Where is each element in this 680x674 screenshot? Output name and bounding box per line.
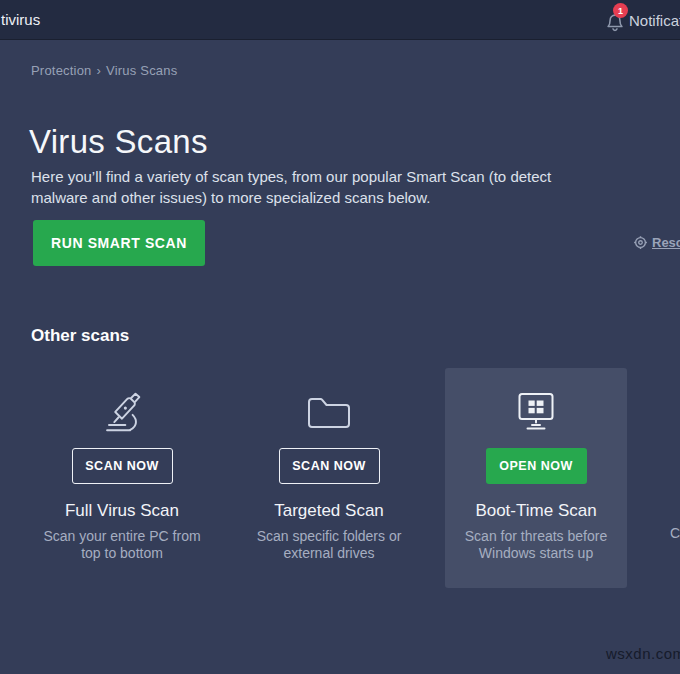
rescue-disk-link[interactable]: Resc [633,235,680,250]
top-bar: tivirus 1 Notificati [0,0,680,40]
antivirus-window: tivirus 1 Notificati Protection›Virus Sc… [0,0,680,674]
monitor-windows-icon [512,386,560,436]
app-title: tivirus [1,11,40,28]
card-partial-subtitle-fragment: C [670,525,680,541]
open-now-button-boot-time[interactable]: OPEN NOW [486,448,587,484]
card-full-virus-scan: SCAN NOW Full Virus Scan Scan your entir… [31,368,213,588]
microscope-icon [95,386,149,436]
card-boot-time-scan: OPEN NOW Boot-Time Scan Scan for threats… [445,368,627,588]
breadcrumb-separator: › [97,63,102,78]
scan-now-button-full[interactable]: SCAN NOW [72,448,173,484]
breadcrumb-protection[interactable]: Protection [31,63,92,78]
card-subtitle-targeted: Scan specific folders or external drives [238,528,420,562]
breadcrumb: Protection›Virus Scans [31,63,182,78]
other-scans-heading: Other scans [31,326,129,346]
card-title-full: Full Virus Scan [65,501,179,521]
card-subtitle-boot-time: Scan for threats before Windows starts u… [445,528,627,562]
notifications-label: Notificati [629,12,680,29]
folder-icon [302,386,356,436]
card-targeted-scan: SCAN NOW Targeted Scan Scan specific fol… [238,368,420,588]
watermark: wsxdn.com [606,645,680,662]
card-title-boot-time: Boot-Time Scan [475,501,596,521]
card-partial [652,368,680,588]
card-subtitle-full: Scan your entire PC from top to bottom [31,528,213,562]
rescue-disk-label: Resc [652,235,680,250]
page-description: Here you’ll find a variety of scan types… [31,166,583,208]
notification-badge: 1 [613,3,628,18]
page-title: Virus Scans [29,123,208,161]
notifications-button[interactable]: 1 Notificati [604,0,680,40]
card-title-targeted: Targeted Scan [274,501,384,521]
scan-now-button-targeted[interactable]: SCAN NOW [279,448,380,484]
run-smart-scan-button[interactable]: RUN SMART SCAN [33,220,205,266]
breadcrumb-current: Virus Scans [106,63,177,78]
rescue-disk-icon [633,235,648,250]
